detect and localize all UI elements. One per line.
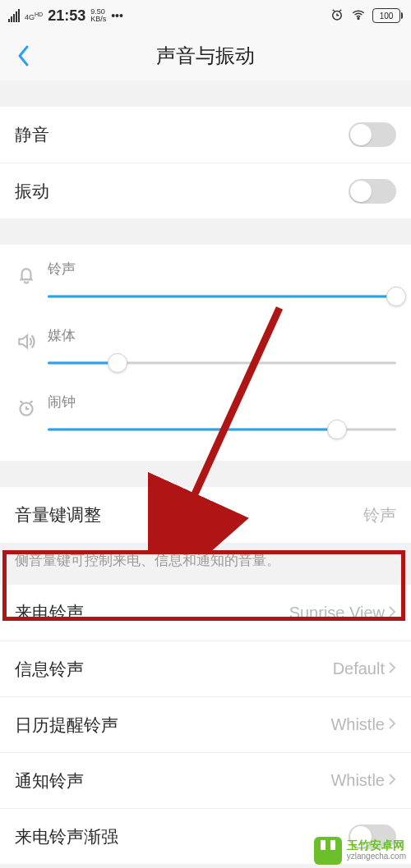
vibrate-label: 振动 — [15, 180, 49, 203]
svg-point-1 — [358, 17, 359, 19]
page-title: 声音与振动 — [156, 43, 255, 69]
chevron-right-icon — [388, 604, 396, 622]
media-volume-item: 媒体 — [10, 319, 396, 386]
incoming-ringtone-row[interactable]: 来电铃声 Sunrise View — [0, 585, 411, 641]
notify-ringtone-value: Whistle — [330, 771, 385, 790]
ringtone-volume-label: 铃声 — [48, 259, 396, 278]
chevron-right-icon — [388, 715, 396, 734]
silent-row[interactable]: 静音 — [0, 107, 411, 163]
calendar-ringtone-label: 日历提醒铃声 — [15, 714, 118, 737]
status-time: 21:53 — [48, 7, 85, 25]
message-ringtone-row[interactable]: 信息铃声 Default — [0, 641, 411, 696]
chevron-right-icon — [388, 771, 396, 790]
alarm-status-icon — [330, 7, 344, 25]
page-header: 声音与振动 — [0, 31, 411, 80]
bell-icon — [10, 259, 43, 286]
incoming-ringtone-label: 来电铃声 — [15, 601, 84, 624]
signal-bars-icon — [8, 9, 20, 22]
incoming-ringtone-value: Sunrise View — [289, 604, 385, 622]
watermark-logo-icon — [314, 837, 342, 865]
media-volume-label: 媒体 — [48, 326, 396, 345]
watermark: 玉竹安卓网 yzlangecha.com — [309, 834, 411, 868]
wifi-icon — [351, 7, 366, 25]
volume-group: 铃声 媒体 闹钟 — [0, 245, 411, 461]
message-ringtone-label: 信息铃声 — [15, 658, 84, 681]
vibrate-row[interactable]: 振动 — [0, 163, 411, 218]
calendar-ringtone-value: Whistle — [330, 715, 385, 734]
volume-key-hint: 侧音量键可控制来电、信息和通知的音量。 — [0, 543, 411, 585]
volume-key-label: 音量键调整 — [15, 503, 101, 526]
silent-label: 静音 — [15, 123, 49, 146]
alarm-slider[interactable] — [48, 420, 396, 439]
alarm-clock-icon — [10, 393, 43, 419]
speaker-icon — [10, 326, 43, 352]
watermark-url: yzlangecha.com — [347, 851, 406, 862]
volume-key-value: 铃声 — [363, 504, 396, 526]
silent-toggle[interactable] — [349, 122, 396, 147]
volume-key-row[interactable]: 音量键调整 铃声 — [0, 487, 411, 543]
battery-level: 100 — [372, 8, 400, 23]
watermark-name: 玉竹安卓网 — [347, 839, 406, 851]
chevron-right-icon — [388, 659, 396, 678]
ringtone-slider[interactable] — [48, 287, 396, 306]
vibrate-toggle[interactable] — [349, 179, 396, 204]
alarm-volume-label: 闹钟 — [48, 393, 396, 411]
notify-ringtone-label: 通知铃声 — [15, 769, 84, 792]
calendar-ringtone-row[interactable]: 日历提醒铃声 Whistle — [0, 696, 411, 752]
network-type: 4GHD — [25, 11, 43, 21]
message-ringtone-value: Default — [333, 659, 385, 678]
status-bar: 4GHD 21:53 9.50KB/s ••• 100 — [0, 0, 411, 31]
notify-ringtone-row[interactable]: 通知铃声 Whistle — [0, 752, 411, 808]
gradual-ringtone-label: 来电铃声渐强 — [15, 825, 118, 848]
battery-icon: 100 — [372, 8, 403, 23]
back-button[interactable] — [12, 44, 36, 68]
media-slider[interactable] — [48, 353, 396, 373]
ringtone-volume-item: 铃声 — [10, 253, 396, 319]
more-dots-icon: ••• — [111, 9, 123, 22]
net-speed: 9.50KB/s — [90, 8, 106, 23]
alarm-volume-item: 闹钟 — [10, 386, 396, 452]
